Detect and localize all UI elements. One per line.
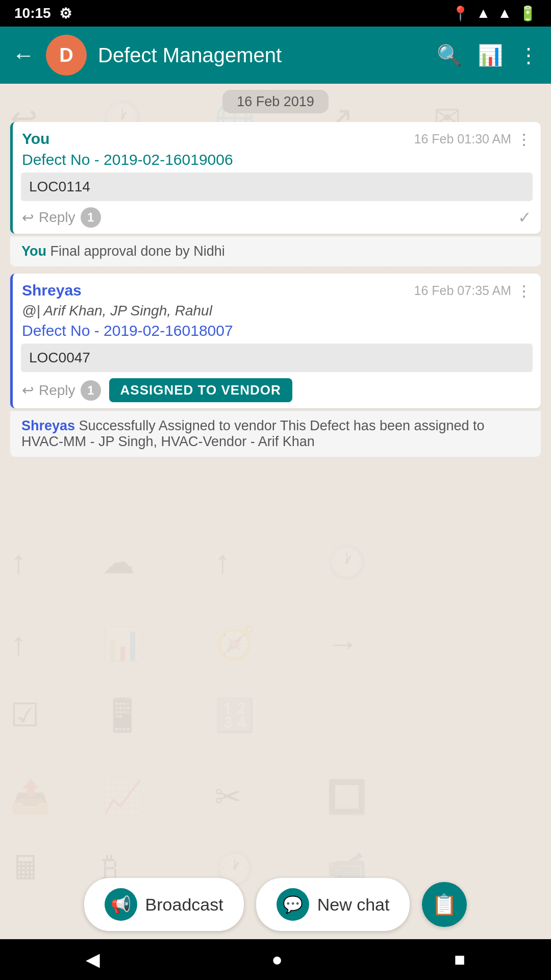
nav-recent-button[interactable]: ■ xyxy=(439,944,481,975)
msg2-reply-button[interactable]: ↩ Reply 1 xyxy=(22,380,101,401)
more-icon[interactable]: ⋮ xyxy=(518,43,539,67)
app-title: Defect Management xyxy=(98,44,425,67)
msg1-sender: You xyxy=(22,130,49,148)
new-chat-label: New chat xyxy=(317,895,390,915)
msg2-preview-sender: Shreyas xyxy=(21,418,75,433)
status-time: 10:15 xyxy=(14,5,51,21)
msg1-location: LOC0114 xyxy=(21,173,533,201)
assigned-to-vendor-badge: ASSIGNED TO VENDOR xyxy=(109,378,292,402)
search-icon[interactable]: 🔍 xyxy=(437,43,462,67)
msg1-defect: Defect No - 2019-02-16019006 xyxy=(22,151,532,168)
msg1-preview-sender: You xyxy=(21,243,46,259)
new-chat-icon: 💬 xyxy=(277,888,309,921)
app-bar: ← D Defect Management 🔍 📊 ⋮ xyxy=(0,27,551,84)
settings-icon: ⚙ xyxy=(59,5,72,22)
new-chat-button[interactable]: 💬 New chat xyxy=(256,878,410,931)
msg1-reply-button[interactable]: ↩ Reply 1 xyxy=(22,207,101,228)
msg1-reply-count: 1 xyxy=(81,207,101,228)
msg1-preview-text: Final approval done by Nidhi xyxy=(46,243,225,259)
broadcast-button[interactable]: 📢 Broadcast xyxy=(84,878,244,931)
msg1-more-button[interactable]: ⋮ xyxy=(516,130,532,148)
date-separator: 16 Feb 2019 xyxy=(0,84,551,117)
msg2-sender: Shreyas xyxy=(22,282,82,299)
message-1: You 16 Feb 01:30 AM ⋮ Defect No - 2019-0… xyxy=(10,122,541,234)
msg2-reply-count: 1 xyxy=(81,380,101,401)
nav-back-button[interactable]: ◀ xyxy=(70,944,115,975)
battery-icon: 🔋 xyxy=(519,5,537,22)
location-icon: 📍 xyxy=(452,5,469,22)
msg2-reply-label: Reply xyxy=(39,382,76,399)
reply-icon-2: ↩ xyxy=(22,382,34,399)
fab-button[interactable]: 📋 xyxy=(422,882,467,927)
broadcast-icon: 📢 xyxy=(105,888,137,921)
nav-bar: ◀ ● ■ xyxy=(0,939,551,980)
msg2-preview-text: Successfully Assigned to vendor This Def… xyxy=(21,418,485,449)
chat-area: ↩ 🕐 🌐 ↗ ✉ 📷 🔒 ↑ ☁ ↑ 🕐 ↑ 📊 🧭 → ☑ 📱 🔢 📤 📈 … xyxy=(0,84,551,919)
msg1-time: 16 Feb 01:30 AM xyxy=(414,132,511,146)
wifi-icon: ▲ xyxy=(477,5,491,21)
stats-icon[interactable]: 📊 xyxy=(478,43,503,67)
message-2: Shreyas 16 Feb 07:35 AM ⋮ @| Arif Khan, … xyxy=(10,274,541,408)
msg2-mention: @| Arif Khan, JP Singh, Rahul xyxy=(22,303,532,319)
msg1-checkmark: ✓ xyxy=(518,208,532,227)
msg1-preview: You Final approval done by Nidhi xyxy=(10,236,541,266)
reply-icon: ↩ xyxy=(22,209,34,226)
nav-home-button[interactable]: ● xyxy=(256,944,298,975)
msg2-more-button[interactable]: ⋮ xyxy=(516,282,532,300)
bottom-bar: 📢 Broadcast 💬 New chat 📋 xyxy=(0,870,551,939)
signal-icon: ▲ xyxy=(497,5,512,21)
avatar[interactable]: D xyxy=(46,35,87,76)
msg2-preview: Shreyas Successfully Assigned to vendor … xyxy=(10,410,541,457)
status-bar: 10:15 ⚙ 📍 ▲ ▲ 🔋 xyxy=(0,0,551,27)
fab-icon: 📋 xyxy=(432,893,457,917)
msg2-location: LOC0047 xyxy=(21,344,533,372)
msg1-reply-label: Reply xyxy=(39,209,76,226)
msg2-time: 16 Feb 07:35 AM xyxy=(414,283,511,298)
back-button[interactable]: ← xyxy=(12,42,35,68)
msg2-defect: Defect No - 2019-02-16018007 xyxy=(22,322,532,339)
broadcast-label: Broadcast xyxy=(145,895,223,915)
